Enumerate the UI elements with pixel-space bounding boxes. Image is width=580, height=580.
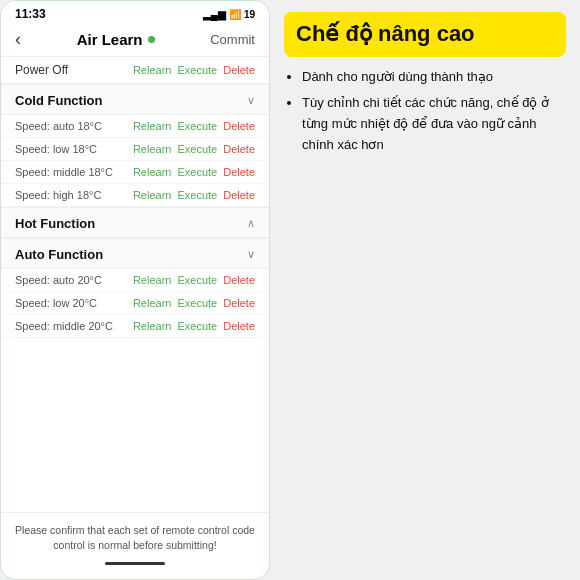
power-delete-link[interactable]: Delete (223, 64, 255, 76)
highlight-box: Chế độ nâng cao (284, 12, 566, 57)
cold-0-execute[interactable]: Execute (177, 120, 217, 132)
cold-2-execute[interactable]: Execute (177, 166, 217, 178)
cold-3-execute[interactable]: Execute (177, 189, 217, 201)
cold-3-delete[interactable]: Delete (223, 189, 255, 201)
info-item-0: Dành cho người dùng thành thạo (302, 67, 566, 88)
info-list: Dành cho người dùng thành thạo Tùy chỉnh… (284, 67, 566, 162)
cold-2-relearn[interactable]: Relearn (133, 166, 172, 178)
cold-row-3: Speed: high 18°C Relearn Execute Delete (1, 184, 269, 207)
cold-row-2: Speed: middle 18°C Relearn Execute Delet… (1, 161, 269, 184)
auto-1-relearn[interactable]: Relearn (133, 297, 172, 309)
signal-icon: ▂▄▆ (203, 9, 226, 20)
home-indicator (105, 562, 165, 565)
status-icons: ▂▄▆ 📶 19 (203, 9, 255, 20)
cold-0-relearn[interactable]: Relearn (133, 120, 172, 132)
power-off-actions: Relearn Execute Delete (133, 64, 255, 76)
status-time: 11:33 (15, 7, 46, 21)
auto-1-delete[interactable]: Delete (223, 297, 255, 309)
cold-chevron-icon: ∨ (247, 94, 255, 107)
hot-chevron-icon: ∧ (247, 217, 255, 230)
cold-row-3-label: Speed: high 18°C (15, 189, 101, 201)
cold-function-title: Cold Function (15, 93, 102, 108)
power-off-row: Power Off Relearn Execute Delete (1, 57, 269, 84)
phone-panel: 11:33 ▂▄▆ 📶 19 ‹ Air Learn Commit Power … (0, 0, 270, 580)
auto-row-0: Speed: auto 20°C Relearn Execute Delete (1, 269, 269, 292)
auto-0-relearn[interactable]: Relearn (133, 274, 172, 286)
cold-row-1: Speed: low 18°C Relearn Execute Delete (1, 138, 269, 161)
auto-row-0-label: Speed: auto 20°C (15, 274, 102, 286)
cold-1-delete[interactable]: Delete (223, 143, 255, 155)
auto-0-execute[interactable]: Execute (177, 274, 217, 286)
auto-2-relearn[interactable]: Relearn (133, 320, 172, 332)
commit-button[interactable]: Commit (210, 32, 255, 47)
highlight-title: Chế độ nâng cao (296, 20, 554, 49)
back-button[interactable]: ‹ (15, 29, 21, 50)
header-title-container: Air Learn (77, 31, 155, 48)
hot-function-header[interactable]: Hot Function ∧ (1, 207, 269, 238)
cold-2-delete[interactable]: Delete (223, 166, 255, 178)
auto-2-delete[interactable]: Delete (223, 320, 255, 332)
cold-row-0: Speed: auto 18°C Relearn Execute Delete (1, 115, 269, 138)
cold-3-relearn[interactable]: Relearn (133, 189, 172, 201)
auto-row-1-label: Speed: low 20°C (15, 297, 97, 309)
main-content: Power Off Relearn Execute Delete Cold Fu… (1, 57, 269, 512)
wifi-icon: 📶 (229, 9, 241, 20)
power-relearn-link[interactable]: Relearn (133, 64, 172, 76)
right-panel: Chế độ nâng cao Dành cho người dùng thàn… (270, 0, 580, 580)
cold-function-header[interactable]: Cold Function ∨ (1, 84, 269, 115)
info-item-1: Tùy chỉnh chi tiết các chức năng, chế độ… (302, 93, 566, 155)
auto-function-title: Auto Function (15, 247, 103, 262)
cold-row-1-label: Speed: low 18°C (15, 143, 97, 155)
auto-chevron-icon: ∨ (247, 248, 255, 261)
cold-row-0-label: Speed: auto 18°C (15, 120, 102, 132)
online-indicator (148, 36, 155, 43)
power-off-label: Power Off (15, 63, 68, 77)
app-header: ‹ Air Learn Commit (1, 25, 269, 57)
power-execute-link[interactable]: Execute (177, 64, 217, 76)
battery-label: 19 (244, 9, 255, 20)
status-bar: 11:33 ▂▄▆ 📶 19 (1, 1, 269, 25)
auto-row-2-label: Speed: middle 20°C (15, 320, 113, 332)
auto-row-1: Speed: low 20°C Relearn Execute Delete (1, 292, 269, 315)
cold-1-execute[interactable]: Execute (177, 143, 217, 155)
cold-0-delete[interactable]: Delete (223, 120, 255, 132)
cold-1-relearn[interactable]: Relearn (133, 143, 172, 155)
cold-row-2-label: Speed: middle 18°C (15, 166, 113, 178)
auto-1-execute[interactable]: Execute (177, 297, 217, 309)
auto-function-header[interactable]: Auto Function ∨ (1, 238, 269, 269)
header-title-text: Air Learn (77, 31, 143, 48)
auto-row-2: Speed: middle 20°C Relearn Execute Delet… (1, 315, 269, 338)
footer-text: Please confirm that each set of remote c… (15, 524, 255, 552)
footer-notice: Please confirm that each set of remote c… (1, 512, 269, 580)
auto-2-execute[interactable]: Execute (177, 320, 217, 332)
auto-0-delete[interactable]: Delete (223, 274, 255, 286)
hot-function-title: Hot Function (15, 216, 95, 231)
